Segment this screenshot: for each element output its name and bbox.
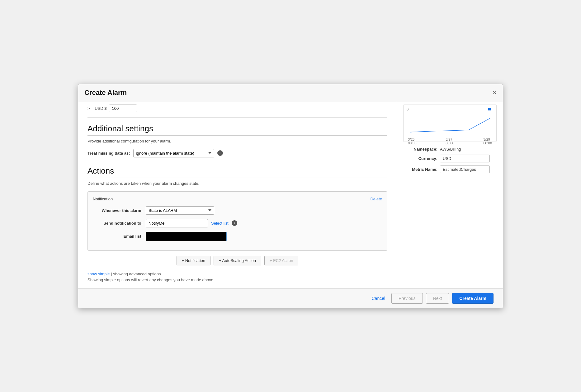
previous-button[interactable]: Previous <box>391 293 423 304</box>
additional-settings-desc: Provide additional configuration for you… <box>87 139 387 143</box>
metric-name-input[interactable] <box>440 166 490 173</box>
sidebar-chart: 0 3/2500:00 3/2700:00 3/2900:00 <box>403 105 497 142</box>
currency-row: Currency: <box>403 155 497 162</box>
partial-value-input[interactable] <box>109 105 137 112</box>
treat-missing-label: Treat missing data as: <box>87 151 130 156</box>
whenever-row: Whenever this alarm: State is ALARM Stat… <box>93 206 382 215</box>
action-buttons-row: + Notification + AutoScaling Action + EC… <box>87 256 387 265</box>
chart-x-labels: 3/2500:00 3/2700:00 3/2900:00 <box>407 138 493 145</box>
namespace-label: Namespace: <box>403 147 437 152</box>
additional-settings-divider <box>87 135 387 136</box>
add-ec2-button[interactable]: + EC2 Action <box>264 256 299 265</box>
whenever-label: Whenever this alarm: <box>93 208 143 213</box>
chart-dot <box>488 108 491 110</box>
show-simple-link[interactable]: show simple <box>87 272 110 276</box>
notification-info-icon[interactable]: i <box>232 220 237 226</box>
email-list-input[interactable] <box>146 232 227 241</box>
email-list-label: Email list: <box>93 234 143 239</box>
partial-operator: >= <box>87 106 92 111</box>
main-content: >= USD $ Additional settings Provide add… <box>78 101 397 288</box>
partial-currency: USD $ <box>95 106 106 111</box>
modal-header: Create Alarm × <box>78 84 503 101</box>
namespace-value: AWS/Billing <box>440 147 461 152</box>
next-button[interactable]: Next <box>426 293 449 304</box>
additional-settings-title: Additional settings <box>87 124 387 133</box>
modal-body: >= USD $ Additional settings Provide add… <box>78 101 503 288</box>
currency-input[interactable] <box>440 155 490 162</box>
actions-section: Actions Define what actions are taken wh… <box>87 166 387 282</box>
show-simple-suffix: showing advanced options <box>113 272 161 276</box>
partial-top-section: >= USD $ <box>87 101 387 118</box>
notification-header: Notification Delete <box>93 197 382 201</box>
actions-divider <box>87 178 387 178</box>
sidebar: 0 3/2500:00 3/2700:00 3/2900:00 Namespac… <box>397 101 503 288</box>
sidebar-meta: Namespace: AWS/Billing Currency: Metric … <box>403 147 497 173</box>
show-simple-separator: | <box>111 272 112 276</box>
metric-name-label: Metric Name: <box>403 167 437 172</box>
treat-missing-row: Treat missing data as: ignore (maintain … <box>87 149 387 157</box>
chart-label-3: 3/2900:00 <box>483 138 492 145</box>
create-alarm-modal: Create Alarm × >= USD $ Additional setti… <box>78 84 503 308</box>
add-autoscaling-button[interactable]: + AutoScaling Action <box>214 256 261 265</box>
modal-footer: Cancel Previous Next Create Alarm <box>78 288 503 308</box>
chart-label-1: 3/2500:00 <box>408 138 417 145</box>
show-simple-row: show simple | showing advanced options <box>87 272 387 276</box>
actions-desc: Define what actions are taken when your … <box>87 181 387 186</box>
close-button[interactable]: × <box>493 89 497 96</box>
whenever-select[interactable]: State is ALARM State is OK State is INSU… <box>146 206 214 215</box>
notification-label: Notification <box>93 197 113 201</box>
treat-missing-info-icon[interactable]: i <box>217 150 223 156</box>
notification-box: Notification Delete Whenever this alarm:… <box>87 191 387 251</box>
chart-zero-label: 0 <box>407 107 409 111</box>
add-notification-button[interactable]: + Notification <box>177 256 211 265</box>
send-notification-label: Send notification to: <box>93 221 143 226</box>
metric-name-row: Metric Name: <box>403 166 497 173</box>
namespace-row: Namespace: AWS/Billing <box>403 147 497 152</box>
email-list-row: Email list: <box>93 232 382 241</box>
show-simple-note: Showing simple options will revert any c… <box>87 278 387 282</box>
delete-link[interactable]: Delete <box>370 197 382 201</box>
send-notification-row: Send notification to: Select list i <box>93 219 382 227</box>
treat-missing-select[interactable]: ignore (maintain the alarm state) missin… <box>133 149 214 157</box>
currency-label: Currency: <box>403 156 437 161</box>
additional-settings-section: Additional settings Provide additional c… <box>87 124 387 157</box>
cancel-button[interactable]: Cancel <box>372 296 385 301</box>
chart-svg <box>407 114 493 135</box>
actions-title: Actions <box>87 166 387 176</box>
create-alarm-button[interactable]: Create Alarm <box>452 293 494 304</box>
select-list-link[interactable]: Select list <box>211 221 229 226</box>
chart-label-2: 3/2700:00 <box>446 138 454 145</box>
modal-title: Create Alarm <box>84 89 127 97</box>
send-notification-input[interactable] <box>146 219 208 227</box>
